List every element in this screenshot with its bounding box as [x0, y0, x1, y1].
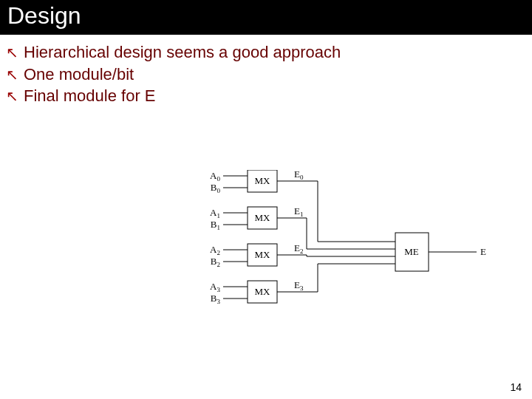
me-block: ME E: [395, 233, 486, 271]
bullet-item: ↖ Final module for E: [6, 86, 532, 106]
block-label: MX: [255, 249, 271, 260]
page-number: 14: [510, 381, 522, 393]
bullet-text: One module/bit: [24, 64, 134, 85]
output-label: E0: [294, 170, 304, 181]
block-label: MX: [255, 175, 271, 186]
output-label: E2: [294, 242, 303, 255]
slide: Design ↖ Hierarchical design seems a goo…: [0, 0, 532, 399]
mx-block-1: A1 B1 MX E1: [210, 205, 395, 249]
block-diagram: A0 B0 MX E0 A1 B1 MX E1 A2: [207, 170, 488, 340]
output-label: E3: [294, 279, 304, 292]
input-label: A0: [210, 170, 220, 183]
mx-block-0: A0 B0 MX E0: [210, 170, 395, 242]
input-label: B3: [211, 293, 221, 305]
input-label: A2: [210, 244, 220, 256]
input-label: B0: [211, 182, 221, 194]
mx-block-2: A2 B2 MX E2: [210, 242, 395, 268]
final-output-label: E: [480, 246, 486, 257]
output-label: E1: [294, 205, 303, 218]
block-label: ME: [404, 246, 419, 257]
input-label: A3: [210, 281, 220, 293]
input-label: B1: [211, 219, 220, 231]
mx-block-3: A3 B3 MX E3: [210, 264, 395, 305]
bullet-arrow-icon: ↖: [6, 66, 24, 83]
bullet-list: ↖ Hierarchical design seems a good appro…: [0, 42, 532, 106]
block-label: MX: [255, 212, 271, 223]
bullet-item: ↖ One module/bit: [6, 64, 532, 85]
bullet-text: Final module for E: [24, 86, 156, 106]
bullet-item: ↖ Hierarchical design seems a good appro…: [6, 42, 532, 63]
slide-title: Design: [0, 0, 532, 35]
input-label: A1: [210, 207, 220, 219]
bullet-text: Hierarchical design seems a good approac…: [24, 42, 341, 63]
bullet-arrow-icon: ↖: [6, 87, 24, 105]
input-label: B2: [211, 256, 220, 268]
bullet-arrow-icon: ↖: [6, 44, 24, 61]
block-label: MX: [255, 286, 271, 297]
